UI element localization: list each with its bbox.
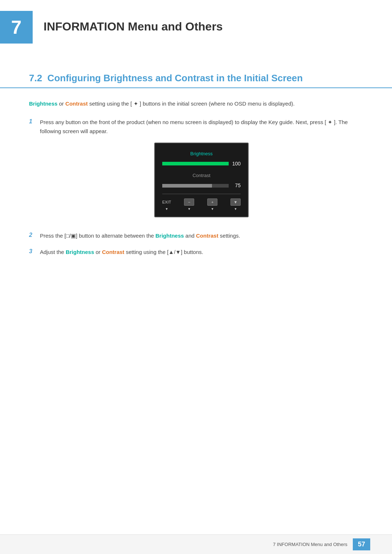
step2-contrast-highlight: Contrast: [196, 233, 219, 239]
step3-brightness-highlight: Brightness: [66, 249, 94, 255]
step-3-text: Adjust the Brightness or Contrast settin…: [40, 247, 363, 257]
osd-brightness-bar-bg: [162, 162, 229, 165]
chapter-number: 7: [11, 16, 22, 38]
osd-btn1: −: [184, 198, 194, 206]
step-2-text: Press the [□/▣] button to alternate betw…: [40, 231, 363, 241]
osd-btn2-arrow: ▼: [211, 206, 214, 212]
osd-brightness-row: Brightness 100: [162, 150, 241, 168]
osd-contrast-bar-container: 75: [162, 181, 241, 190]
osd-exit-label: EXIT: [162, 199, 171, 206]
osd-btn3-col: ▼ ▼: [230, 198, 241, 212]
brightness-highlight: Brightness: [29, 100, 57, 107]
section-heading: 7.2 Configuring Brightness and Contrast …: [0, 58, 392, 88]
step3-contrast-highlight: Contrast: [102, 249, 124, 255]
step-1: 1 Press any button on the front of the p…: [29, 118, 363, 224]
step-2: 2 Press the [□/▣] button to alternate be…: [29, 231, 363, 241]
footer-page-number: 57: [353, 538, 370, 550]
intro-paragraph: Brightness or Contrast setting using the…: [29, 99, 363, 108]
osd-contrast-value: 75: [232, 181, 241, 190]
osd-brightness-bar-container: 100: [162, 160, 241, 168]
osd-screen: Brightness 100 Contrast: [154, 143, 249, 217]
chapter-title: INFORMATION Menu and Others: [33, 11, 223, 33]
osd-contrast-row: Contrast 75: [162, 172, 241, 190]
osd-divider: [162, 194, 241, 194]
osd-btn1-arrow: ▼: [188, 206, 191, 212]
osd-contrast-bar-bg: [162, 184, 229, 188]
step-3: 3 Adjust the Brightness or Contrast sett…: [29, 247, 363, 257]
content-area: Brightness or Contrast setting using the…: [0, 99, 392, 257]
step-number-3: 3: [29, 247, 40, 255]
step-number-1: 1: [29, 118, 40, 125]
osd-exit-col: EXIT ▼: [162, 199, 171, 212]
osd-btn2: +: [207, 198, 217, 206]
step2-brightness-highlight: Brightness: [155, 233, 184, 239]
osd-btn3: ▼: [230, 198, 241, 206]
footer-section-label: 7 INFORMATION Menu and Others: [273, 542, 347, 547]
osd-brightness-bar-fill: [162, 162, 229, 165]
chapter-number-box: 7: [0, 11, 33, 44]
osd-exit-arrow: ▼: [165, 206, 168, 212]
osd-contrast-bar-fill: [162, 184, 212, 188]
osd-btn3-arrow: ▼: [234, 206, 237, 212]
step-number-2: 2: [29, 231, 40, 238]
osd-contrast-label: Contrast: [162, 172, 241, 180]
step-1-text: Press any button on the front of the pro…: [40, 118, 363, 224]
chapter-header: 7 INFORMATION Menu and Others: [0, 0, 392, 51]
contrast-highlight: Contrast: [65, 100, 88, 107]
osd-brightness-label: Brightness: [162, 150, 241, 158]
osd-btn1-col: − ▼: [184, 198, 194, 212]
page-footer: 7 INFORMATION Menu and Others 57: [0, 534, 392, 554]
osd-btn2-col: + ▼: [207, 198, 217, 212]
osd-bottom-bar: EXIT ▼ − ▼ + ▼: [162, 197, 241, 212]
section-title: 7.2 Configuring Brightness and Contrast …: [29, 73, 363, 84]
osd-brightness-value: 100: [232, 160, 241, 168]
